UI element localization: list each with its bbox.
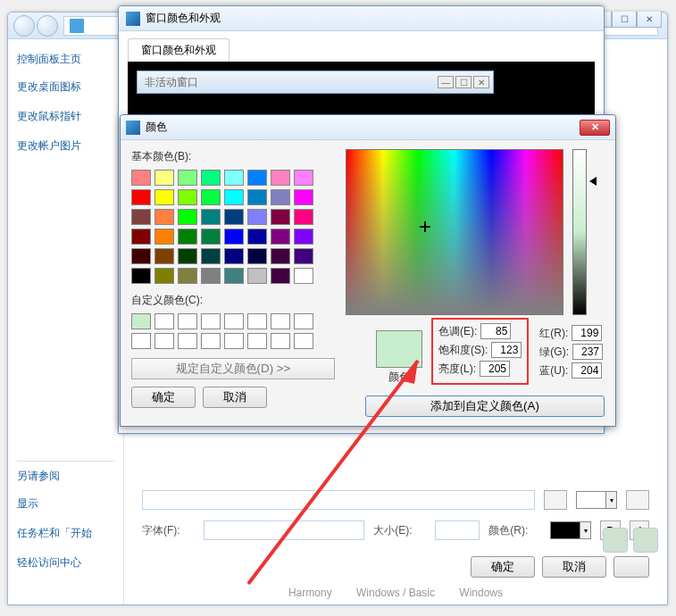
basic-color-swatch[interactable] bbox=[247, 268, 267, 284]
basic-color-swatch[interactable] bbox=[178, 248, 197, 264]
define-custom-button[interactable]: 规定自定义颜色(D) >> bbox=[131, 358, 335, 379]
basic-color-swatch[interactable] bbox=[247, 189, 267, 205]
color-1-swatch[interactable] bbox=[576, 491, 606, 509]
basic-color-swatch[interactable] bbox=[294, 189, 313, 205]
sidebar-link[interactable]: 更改鼠标指针 bbox=[17, 109, 114, 124]
basic-color-swatch[interactable] bbox=[154, 248, 174, 264]
basic-color-swatch[interactable] bbox=[294, 268, 313, 284]
hue-sat-cursor[interactable] bbox=[420, 221, 430, 232]
custom-color-swatch[interactable] bbox=[154, 313, 174, 329]
basic-color-swatch[interactable] bbox=[201, 229, 221, 245]
custom-color-swatch[interactable] bbox=[224, 313, 244, 329]
see-also-link[interactable]: 任务栏和「开始 bbox=[17, 526, 114, 541]
custom-color-swatch[interactable] bbox=[178, 333, 197, 349]
basic-color-swatch[interactable] bbox=[154, 229, 174, 245]
custom-color-swatch[interactable] bbox=[271, 333, 290, 349]
basic-color-swatch[interactable] bbox=[224, 229, 244, 245]
custom-color-swatch[interactable] bbox=[201, 313, 221, 329]
basic-color-swatch[interactable] bbox=[294, 229, 313, 245]
back-button[interactable] bbox=[13, 15, 35, 37]
see-also-link[interactable]: 显示 bbox=[17, 496, 114, 512]
basic-color-swatch[interactable] bbox=[224, 170, 244, 186]
basic-color-swatch[interactable] bbox=[131, 189, 151, 205]
basic-color-swatch[interactable] bbox=[224, 268, 244, 284]
basic-color-swatch[interactable] bbox=[294, 248, 313, 264]
sidebar-home[interactable]: 控制面板主页 bbox=[17, 52, 114, 67]
basic-color-swatch[interactable] bbox=[154, 209, 174, 225]
basic-color-swatch[interactable] bbox=[178, 229, 197, 245]
custom-color-swatch[interactable] bbox=[154, 333, 174, 349]
basic-color-swatch[interactable] bbox=[154, 189, 174, 205]
forward-button[interactable] bbox=[37, 15, 58, 37]
basic-color-swatch[interactable] bbox=[247, 170, 267, 186]
b-input[interactable] bbox=[572, 362, 602, 379]
basic-color-swatch[interactable] bbox=[178, 209, 197, 225]
hue-input[interactable] bbox=[480, 323, 511, 339]
sidebar-link[interactable]: 更改桌面图标 bbox=[17, 79, 114, 95]
maximize-button[interactable]: ☐ bbox=[612, 12, 637, 28]
item-size-up[interactable] bbox=[544, 490, 567, 510]
sidebar-link[interactable]: 更改帐户图片 bbox=[17, 138, 114, 154]
appearance-titlebar[interactable]: 窗口颜色和外观 bbox=[119, 6, 604, 31]
custom-color-swatch[interactable] bbox=[131, 313, 151, 329]
basic-color-swatch[interactable] bbox=[131, 209, 151, 225]
basic-color-swatch[interactable] bbox=[271, 248, 290, 264]
size-select[interactable] bbox=[435, 520, 480, 540]
basic-color-swatch[interactable] bbox=[247, 248, 267, 264]
g-input[interactable] bbox=[572, 344, 603, 360]
sat-input[interactable] bbox=[491, 342, 522, 358]
ok-button[interactable]: 确定 bbox=[471, 556, 535, 578]
cancel-button[interactable]: 取消 bbox=[542, 556, 606, 578]
custom-color-swatch[interactable] bbox=[131, 333, 151, 349]
custom-color-swatch[interactable] bbox=[247, 333, 267, 349]
color-ok-button[interactable]: 确定 bbox=[131, 387, 196, 408]
color-1-dropdown[interactable]: ▾ bbox=[606, 491, 617, 509]
basic-color-swatch[interactable] bbox=[154, 268, 174, 284]
basic-color-swatch[interactable] bbox=[294, 170, 313, 186]
custom-color-swatch[interactable] bbox=[271, 313, 290, 329]
luminance-slider[interactable] bbox=[572, 149, 587, 315]
luminance-pointer[interactable] bbox=[589, 177, 597, 186]
font-select[interactable] bbox=[204, 520, 364, 540]
basic-color-swatch[interactable] bbox=[131, 248, 151, 264]
font-color-dropdown[interactable]: ▾ bbox=[580, 521, 591, 539]
custom-color-swatch[interactable] bbox=[294, 333, 313, 349]
custom-color-swatch[interactable] bbox=[178, 313, 197, 329]
lum-input[interactable] bbox=[480, 361, 510, 377]
basic-color-swatch[interactable] bbox=[201, 268, 221, 284]
basic-color-swatch[interactable] bbox=[178, 268, 197, 284]
custom-color-swatch[interactable] bbox=[224, 333, 244, 349]
basic-color-swatch[interactable] bbox=[271, 189, 290, 205]
basic-color-swatch[interactable] bbox=[131, 229, 151, 245]
basic-color-swatch[interactable] bbox=[201, 209, 221, 225]
color-dialog-titlebar[interactable]: 颜色 ✕ bbox=[121, 115, 615, 140]
basic-color-swatch[interactable] bbox=[271, 170, 290, 186]
basic-color-swatch[interactable] bbox=[131, 170, 151, 186]
basic-color-swatch[interactable] bbox=[178, 189, 197, 205]
close-button[interactable]: ✕ bbox=[637, 12, 662, 28]
add-to-custom-button[interactable]: 添加到自定义颜色(A) bbox=[365, 395, 605, 417]
basic-color-swatch[interactable] bbox=[178, 170, 197, 186]
basic-color-swatch[interactable] bbox=[271, 229, 290, 245]
basic-color-swatch[interactable] bbox=[271, 209, 290, 225]
apply-button[interactable] bbox=[613, 556, 649, 578]
basic-color-swatch[interactable] bbox=[224, 248, 244, 264]
basic-color-swatch[interactable] bbox=[201, 189, 221, 205]
custom-color-swatch[interactable] bbox=[201, 333, 221, 349]
see-also-link[interactable]: 轻松访问中心 bbox=[17, 555, 114, 570]
basic-color-swatch[interactable] bbox=[154, 170, 174, 186]
basic-color-swatch[interactable] bbox=[247, 209, 267, 225]
color-dialog-close-button[interactable]: ✕ bbox=[580, 120, 610, 136]
color-cancel-button[interactable]: 取消 bbox=[203, 387, 267, 408]
hue-sat-field[interactable] bbox=[346, 149, 563, 315]
custom-color-swatch[interactable] bbox=[247, 313, 267, 329]
color-2-btn[interactable] bbox=[626, 490, 649, 510]
basic-color-swatch[interactable] bbox=[201, 170, 221, 186]
basic-color-swatch[interactable] bbox=[271, 268, 290, 284]
basic-color-swatch[interactable] bbox=[224, 189, 244, 205]
appearance-tab[interactable]: 窗口颜色和外观 bbox=[128, 38, 230, 62]
r-input[interactable] bbox=[572, 325, 602, 341]
basic-color-swatch[interactable] bbox=[131, 268, 151, 284]
basic-color-swatch[interactable] bbox=[247, 229, 267, 245]
basic-color-swatch[interactable] bbox=[224, 209, 244, 225]
